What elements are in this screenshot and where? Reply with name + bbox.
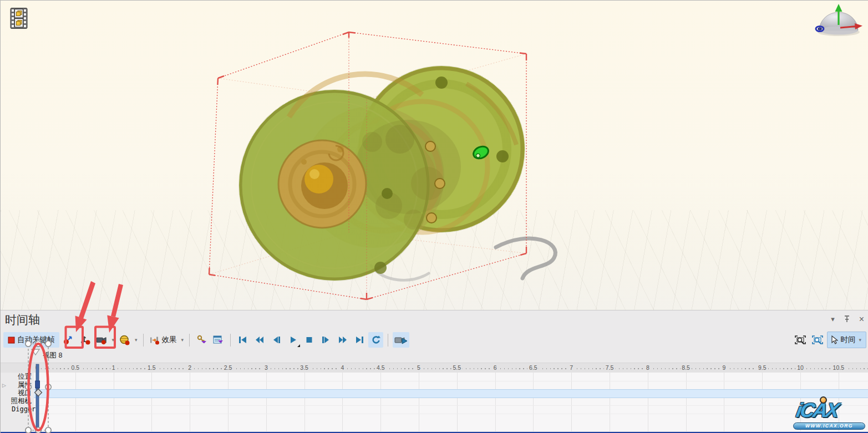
animation-film-icon[interactable] [9, 8, 28, 29]
ruler-label: 9.5 [757, 364, 768, 371]
ruler-label: 3 [263, 364, 270, 371]
timeline-panel: 时间轴 ▾ × 自动关键帧 [1, 310, 868, 433]
ruler-label: 4.5 [375, 364, 387, 371]
toolbar-separator [388, 334, 388, 347]
step-back-button[interactable] [268, 332, 283, 348]
ruler-label: 0 [34, 364, 40, 371]
rewind-icon [255, 336, 264, 344]
pin-panel-icon[interactable] [844, 315, 850, 323]
ruler-label: 10 [795, 364, 805, 371]
go-to-start-button[interactable] [235, 332, 250, 348]
drive-position-button[interactable] [78, 332, 93, 348]
effects-dropdown-icon[interactable]: ▾ [181, 337, 184, 343]
motion-axes-icon [80, 335, 90, 345]
camera-keyframe-dropdown-icon[interactable]: ▾ [112, 337, 115, 343]
ruler-label: 0.5 [69, 364, 81, 371]
auto-keyframe-button[interactable]: 自动关键帧 [3, 332, 59, 348]
filter-list-button[interactable] [211, 332, 226, 348]
view-marker-label[interactable]: 视图 8 [43, 351, 62, 360]
go-to-start-icon [238, 336, 247, 344]
time-mode-dropdown-icon[interactable]: ▾ [859, 337, 861, 343]
gold-sphere-icon [119, 335, 130, 345]
expand-arrow-icon[interactable]: ▷ [2, 381, 6, 390]
filter-keys-button[interactable] [194, 332, 209, 348]
timeline-toolbar-right: 时间 ▾ [793, 330, 866, 349]
track-label-5[interactable]: Digger [1, 405, 34, 414]
ruler-label: 2 [186, 364, 193, 371]
effects-button[interactable]: 效果 [148, 332, 179, 348]
list-filter-icon [213, 335, 224, 345]
zoom-fit-range-button[interactable] [793, 332, 808, 348]
app-window: 时间轴 ▾ × 自动关键帧 [0, 0, 868, 433]
timeline-panel-title: 时间轴 [5, 312, 40, 328]
zoom-fit-selected-button[interactable] [810, 332, 825, 348]
highlighted-track-row [34, 389, 868, 399]
go-to-end-button[interactable] [352, 332, 367, 348]
effects-icon [150, 335, 160, 345]
viewport-3d[interactable] [1, 1, 868, 310]
video-camera-icon [96, 335, 108, 345]
zoom-fit-selected-icon [812, 335, 823, 345]
stop-icon [305, 336, 314, 344]
play-icon [288, 336, 297, 344]
orientation-triad[interactable] [813, 3, 864, 39]
track-label-2[interactable]: ▷属性 [1, 381, 34, 389]
ruler-label: 5 [415, 364, 422, 371]
zoom-fit-range-icon [795, 335, 806, 345]
timeline-ruler[interactable]: 00.511.522.533.544.555.566.577.588.599.5… [1, 363, 868, 373]
model-3d-view[interactable] [1, 1, 868, 310]
playback-preview-button[interactable] [393, 332, 409, 348]
ruler-label: 10.5 [831, 364, 846, 371]
marker-row: 视图 8 [1, 349, 868, 363]
sphere-keyframe-button[interactable] [117, 332, 132, 348]
timeline-tracks: 位置▷属性视口照相机Digger [1, 373, 868, 431]
ruler-label: 1.5 [146, 364, 158, 371]
snapshot-keyframe-button[interactable] [61, 332, 76, 348]
ruler-label: 3.5 [298, 364, 310, 371]
track-label-3[interactable]: 视口 [1, 389, 34, 398]
icax-logo-text: iCAX [794, 399, 839, 422]
ruler-label: 2.5 [222, 364, 234, 371]
ruler-label: 4 [339, 364, 346, 371]
camera-play-icon [394, 335, 408, 345]
record-square-icon [8, 337, 15, 344]
sphere-keyframe-dropdown-icon[interactable]: ▾ [135, 337, 138, 343]
fast-forward-icon [338, 336, 347, 344]
timeline-grid[interactable] [34, 373, 868, 431]
toolbar-separator [143, 334, 144, 347]
loop-icon [371, 335, 381, 344]
ruler-label: 6.5 [527, 364, 539, 371]
play-button[interactable] [285, 332, 300, 348]
track-label-1[interactable]: 位置 [1, 373, 34, 381]
rewind-button[interactable] [252, 332, 267, 348]
step-back-icon [272, 336, 281, 344]
go-to-end-icon [355, 336, 364, 344]
fast-forward-button[interactable] [335, 332, 350, 348]
ruler-label: 9 [720, 364, 727, 371]
ruler-label: 6 [492, 364, 499, 371]
ruler-label: 7 [568, 364, 575, 371]
play-options-icon[interactable] [297, 344, 300, 347]
snapshot-keyframe-icon [63, 335, 73, 345]
track-label-4[interactable]: 照相机 [1, 397, 34, 405]
model-assembly[interactable] [211, 48, 533, 286]
step-forward-icon [322, 336, 331, 344]
ruler-label: 7.5 [604, 364, 616, 371]
stop-button[interactable] [302, 332, 317, 348]
time-mode-button[interactable]: 时间 ▾ [827, 332, 866, 348]
cursor-icon [831, 335, 838, 344]
toolbar-separator [230, 334, 231, 347]
icax-logo-ball-icon [820, 396, 827, 404]
collapse-panel-icon[interactable]: ▾ [831, 315, 835, 323]
loop-button[interactable] [368, 332, 383, 348]
track-labels: 位置▷属性视口照相机Digger [1, 373, 34, 431]
ruler-label: 8 [644, 364, 651, 371]
icax-url-banner: WWW.ICAX.ORG [793, 422, 865, 430]
close-panel-icon[interactable]: × [859, 315, 864, 323]
timeline-toolbar: 自动关键帧 ▾ [1, 330, 868, 349]
track-row [34, 381, 868, 390]
camera-keyframe-button[interactable] [94, 332, 109, 348]
icax-watermark: iCAX WWW.ICAX.ORG [793, 402, 866, 431]
step-forward-button[interactable] [318, 332, 333, 348]
track-row [34, 397, 868, 406]
